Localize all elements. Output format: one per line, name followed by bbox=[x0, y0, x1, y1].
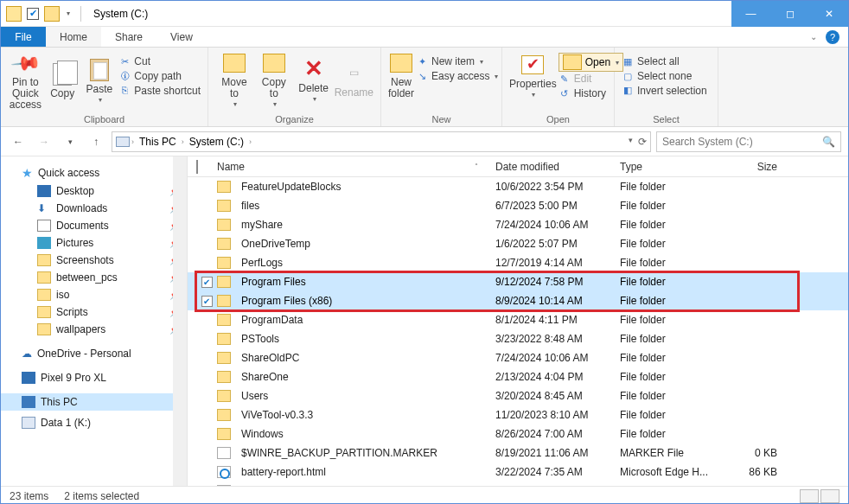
qat-customize-icon[interactable]: ▾ bbox=[67, 10, 70, 17]
rename-button[interactable]: ▭Rename bbox=[335, 51, 373, 109]
table-row[interactable]: ✔ShareOne2/13/2024 4:04 PMFile folder bbox=[188, 367, 848, 386]
open-button[interactable]: Open▾ bbox=[559, 53, 623, 72]
select-none-button[interactable]: ▢Select none bbox=[622, 69, 711, 84]
sidebar-item-downloads[interactable]: ⬇Downloads📌 bbox=[1, 200, 187, 217]
chevron-right-icon[interactable]: › bbox=[182, 137, 184, 146]
select-all-checkbox[interactable] bbox=[196, 160, 198, 174]
row-checkbox[interactable]: ✔ bbox=[201, 277, 213, 288]
table-row[interactable]: ✔OneDriveTemp1/6/2022 5:07 PMFile folder bbox=[188, 234, 848, 253]
column-size[interactable]: Size bbox=[724, 161, 784, 173]
rows-container: ✔FeatureUpdateBlocks10/6/2022 3:54 PMFil… bbox=[188, 177, 848, 486]
details-view-button[interactable] bbox=[800, 489, 819, 503]
table-row[interactable]: ✔PSTools3/23/2022 8:48 AMFile folder bbox=[188, 329, 848, 348]
invert-icon: ◧ bbox=[622, 85, 634, 97]
table-row[interactable]: ✔FeatureUpdateBlocks10/6/2022 3:54 PMFil… bbox=[188, 177, 848, 196]
tab-home[interactable]: Home bbox=[46, 27, 101, 47]
sidebar-item-iso[interactable]: iso📌 bbox=[1, 286, 187, 303]
sidebar-scrollbar[interactable] bbox=[173, 156, 187, 486]
tab-share[interactable]: Share bbox=[101, 27, 156, 47]
folder-icon bbox=[37, 323, 51, 335]
sidebar-item-pixel[interactable]: Pixel 9 Pro XL bbox=[1, 369, 187, 386]
table-row[interactable]: ✔myShare7/24/2024 10:06 AMFile folder bbox=[188, 215, 848, 234]
sidebar-item-scripts[interactable]: Scripts📌 bbox=[1, 303, 187, 321]
address-bar[interactable]: › This PC › System (C:) › ▾ ⟳ bbox=[112, 131, 651, 152]
table-row[interactable]: ✔ProgramData8/1/2024 4:11 PMFile folder bbox=[188, 310, 848, 329]
table-row[interactable]: ✔battery-report.html3/22/2024 7:35 AMMic… bbox=[188, 463, 848, 482]
search-icon: 🔍 bbox=[822, 136, 835, 148]
new-item-button[interactable]: ✦New item▾ bbox=[416, 54, 498, 69]
row-checkbox[interactable]: ✔ bbox=[201, 296, 213, 307]
collapse-ribbon-icon[interactable]: ⌄ bbox=[810, 32, 817, 41]
edit-button[interactable]: ✎Edit bbox=[559, 72, 623, 86]
properties-button[interactable]: ✔Properties▾ bbox=[509, 51, 557, 101]
close-button[interactable]: ✕ bbox=[809, 1, 848, 27]
file-type: File folder bbox=[620, 314, 724, 326]
maximize-button[interactable]: ◻ bbox=[770, 1, 809, 27]
delete-button[interactable]: ✕Delete▾ bbox=[295, 51, 333, 109]
drive-icon bbox=[22, 417, 35, 429]
sidebar-item-screenshots[interactable]: Screenshots📌 bbox=[1, 252, 187, 269]
sidebar-item-thispc[interactable]: This PC bbox=[1, 393, 187, 411]
pin-quick-access-button[interactable]: 📌 Pin to Quick access bbox=[8, 51, 43, 112]
tab-file[interactable]: File bbox=[1, 27, 46, 47]
table-row[interactable]: ✔$WINRE_BACKUP_PARTITION.MARKER8/19/2021… bbox=[188, 443, 848, 463]
sort-asc-icon: ˄ bbox=[475, 163, 478, 170]
move-to-button[interactable]: Move to▾ bbox=[215, 51, 253, 109]
copy-to-button[interactable]: Copy to▾ bbox=[255, 51, 293, 109]
copy-button[interactable]: Copy bbox=[45, 51, 80, 112]
column-date[interactable]: Date modified bbox=[495, 161, 620, 173]
sidebar-item-quickaccess[interactable]: ★Quick access bbox=[1, 163, 187, 182]
column-name[interactable]: Name˄ bbox=[217, 161, 495, 173]
table-row[interactable]: ✔Users3/20/2024 8:45 AMFile folder bbox=[188, 386, 848, 405]
sidebar: ★Quick access Desktop📌 ⬇Downloads📌 Docum… bbox=[1, 156, 188, 486]
easy-access-button[interactable]: ↘Easy access▾ bbox=[416, 69, 498, 84]
crumb-drive[interactable]: System (C:) bbox=[186, 136, 247, 148]
chevron-right-icon[interactable]: › bbox=[131, 137, 134, 146]
newfolder-icon bbox=[390, 54, 412, 73]
column-type[interactable]: Type bbox=[620, 161, 724, 173]
sidebar-item-data1[interactable]: Data 1 (K:) bbox=[1, 414, 187, 431]
table-row[interactable]: ✔ViVeTool-v0.3.311/20/2023 8:10 AMFile f… bbox=[188, 405, 848, 424]
recent-dropdown[interactable]: ▾ bbox=[60, 131, 80, 152]
table-row[interactable]: ✔Recovery.txt6/18/2022 5:30 PMText Docum… bbox=[188, 482, 848, 486]
table-row[interactable]: ✔ShareOldPC7/24/2024 10:06 AMFile folder bbox=[188, 348, 848, 367]
paste-button[interactable]: Paste▾ bbox=[82, 51, 118, 112]
copy-path-button[interactable]: 🛈Copy path bbox=[118, 69, 201, 84]
back-button[interactable]: ← bbox=[8, 131, 29, 152]
qat-newfolder-icon[interactable] bbox=[44, 6, 60, 22]
history-button[interactable]: ↺History bbox=[559, 86, 623, 101]
up-button[interactable]: ↑ bbox=[86, 131, 106, 152]
tab-view[interactable]: View bbox=[156, 27, 207, 47]
chevron-right-icon[interactable]: › bbox=[249, 137, 252, 146]
table-row[interactable]: ✔Windows8/26/2024 7:00 AMFile folder bbox=[188, 424, 848, 443]
search-input[interactable]: Search System (C:) 🔍 bbox=[656, 131, 841, 152]
file-type: MARKER File bbox=[620, 447, 724, 459]
cut-button[interactable]: ✂Cut bbox=[118, 54, 201, 69]
sidebar-item-pictures[interactable]: Pictures📌 bbox=[1, 234, 187, 252]
help-icon[interactable]: ? bbox=[826, 30, 839, 44]
table-row[interactable]: ✔Program Files (x86)8/9/2024 10:14 AMFil… bbox=[188, 291, 848, 310]
table-row[interactable]: ✔files6/7/2023 5:00 PMFile folder bbox=[188, 196, 848, 215]
minimize-button[interactable]: — bbox=[731, 1, 770, 27]
refresh-icon[interactable]: ⟳ bbox=[638, 136, 647, 148]
edit-icon: ✎ bbox=[559, 73, 571, 85]
sidebar-item-desktop[interactable]: Desktop📌 bbox=[1, 182, 187, 200]
new-folder-button[interactable]: New folder bbox=[388, 51, 414, 99]
copy-icon bbox=[53, 63, 72, 86]
table-row[interactable]: ✔PerfLogs12/7/2019 4:14 AMFile folder bbox=[188, 253, 848, 272]
select-all-button[interactable]: ▦Select all bbox=[622, 54, 711, 69]
paste-shortcut-button[interactable]: ⎘Paste shortcut bbox=[118, 84, 201, 99]
forward-button[interactable]: → bbox=[34, 131, 54, 152]
sidebar-item-betweenpcs[interactable]: between_pcs📌 bbox=[1, 269, 187, 286]
thumbnails-view-button[interactable] bbox=[820, 489, 839, 503]
sidebar-item-onedrive[interactable]: ☁OneDrive - Personal bbox=[1, 345, 187, 362]
downloads-icon: ⬇ bbox=[37, 202, 51, 214]
crumb-thispc[interactable]: This PC bbox=[136, 136, 180, 148]
invert-selection-button[interactable]: ◧Invert selection bbox=[622, 84, 711, 99]
qat-properties-icon[interactable]: ✔ bbox=[27, 8, 39, 20]
sidebar-item-wallpapers[interactable]: wallpapers📌 bbox=[1, 321, 187, 338]
sidebar-item-documents[interactable]: Documents📌 bbox=[1, 217, 187, 234]
address-dropdown-icon[interactable]: ▾ bbox=[629, 136, 633, 148]
folder-icon bbox=[217, 314, 231, 326]
table-row[interactable]: ✔Program Files9/12/2024 7:58 PMFile fold… bbox=[188, 272, 848, 291]
